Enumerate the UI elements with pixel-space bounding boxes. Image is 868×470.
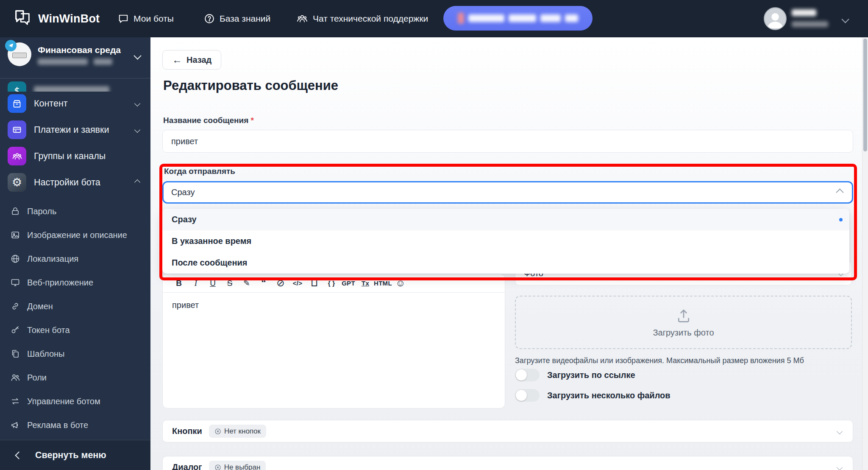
back-button-label: Назад bbox=[186, 55, 211, 65]
sidebar-subitem-label: Токен бота bbox=[27, 325, 70, 335]
when-to-send-dropdown: Сразу В указанное время После сообщения bbox=[162, 209, 849, 274]
redacted-text-block bbox=[792, 21, 828, 27]
emoji-icon[interactable]: ☺ bbox=[392, 277, 409, 289]
strikethrough-icon[interactable]: S bbox=[221, 279, 238, 288]
app-root: WinWinBot Мои боты База знаний bbox=[0, 0, 868, 470]
toggle-label: Загрузить несколько файлов bbox=[547, 391, 670, 400]
sidebar-subitem-domain[interactable]: Домен bbox=[0, 298, 150, 315]
workspace-avatar bbox=[8, 42, 31, 66]
scrollbar-thumb[interactable] bbox=[863, 39, 867, 151]
dialog-panel-badge: Не выбран bbox=[209, 461, 266, 470]
sidebar-item-content[interactable]: Контент bbox=[0, 92, 150, 115]
sidebar-item-clipped[interactable] bbox=[0, 65, 150, 92]
sidebar-subitem-image-description[interactable]: Изображение и описание bbox=[0, 227, 150, 243]
gear-icon: ⚙ bbox=[8, 173, 26, 192]
sidebar-item-label: Группы и каналы bbox=[34, 151, 106, 162]
main-content: ← Назад Редактировать сообщение Название… bbox=[150, 37, 868, 470]
circle-x-icon bbox=[214, 464, 221, 470]
workspace-name: Финансовая среда bbox=[38, 45, 121, 55]
html-button[interactable]: HTML bbox=[374, 280, 392, 287]
dropdown-option-after-message[interactable]: После сообщения bbox=[162, 252, 849, 274]
clear-style-icon[interactable]: ✎ bbox=[238, 278, 255, 288]
quote-icon[interactable]: “ bbox=[255, 277, 272, 289]
monitor-icon bbox=[10, 277, 20, 288]
promo-button[interactable] bbox=[443, 6, 593, 31]
chevron-up-icon bbox=[836, 188, 843, 196]
sidebar-item-payments[interactable]: Платежи и заявки bbox=[0, 118, 150, 142]
telegram-badge-icon bbox=[5, 40, 17, 51]
sidebar-item-label: Контент bbox=[34, 98, 68, 109]
redacted-text-block bbox=[34, 86, 109, 92]
brand-name: WinWinBot bbox=[38, 12, 100, 25]
sidebar-subitem-bot-ads[interactable]: Реклама в боте bbox=[0, 417, 150, 434]
upload-photo-label: Загрузить фото bbox=[653, 328, 714, 338]
workspace-chevron-down-icon bbox=[135, 53, 140, 60]
dropdown-option-immediately[interactable]: Сразу bbox=[162, 209, 849, 230]
toggle-row-link-upload: Загрузить по ссылке bbox=[515, 369, 635, 381]
nav-support-chat[interactable]: Чат технической поддержки bbox=[296, 13, 428, 24]
back-button[interactable]: ← Назад bbox=[162, 50, 221, 70]
underline-icon[interactable]: U bbox=[204, 279, 221, 288]
sidebar-subitem-bot-management[interactable]: Управление ботом bbox=[0, 393, 150, 410]
sidebar-item-bot-settings[interactable]: ⚙ Настройки бота bbox=[0, 171, 150, 194]
arrow-left-icon: ← bbox=[172, 54, 182, 66]
page-title: Редактировать сообщение bbox=[163, 78, 338, 93]
user-name-redacted bbox=[792, 9, 828, 29]
nav-knowledge-base-label: База знаний bbox=[220, 14, 270, 24]
buttons-panel-title: Кнопки bbox=[172, 426, 202, 436]
toggle-row-multi-upload: Загрузить несколько файлов bbox=[515, 389, 670, 402]
sidebar-subitem-label: Изображение и описание bbox=[27, 230, 127, 240]
editor-textarea[interactable]: привет bbox=[163, 293, 505, 318]
redacted-text-block bbox=[509, 14, 536, 22]
question-circle-icon bbox=[204, 13, 215, 24]
editor-toolbar: B I U S ✎ “ ⊘ </> ⊔ { } GPT Tx HTML ☺ bbox=[163, 274, 505, 293]
upload-photo-dropzone[interactable]: Загрузить фото bbox=[515, 296, 852, 349]
megaphone-icon bbox=[10, 420, 20, 430]
brand[interactable]: WinWinBot bbox=[13, 8, 100, 29]
circle-x-icon bbox=[214, 428, 221, 435]
sidebar-subitem-label: Домен bbox=[27, 302, 53, 311]
image-icon bbox=[10, 230, 20, 240]
spoiler-icon[interactable]: ⊔ bbox=[306, 277, 323, 289]
variables-icon[interactable]: { } bbox=[323, 280, 340, 287]
message-name-input[interactable] bbox=[162, 130, 853, 153]
sidebar-subitem-label: Пароль bbox=[27, 207, 56, 216]
scrollbar[interactable] bbox=[862, 37, 868, 470]
copy-icon bbox=[10, 349, 20, 359]
workspace-avatar-image bbox=[12, 53, 27, 58]
sidebar-subitem-bot-token[interactable]: Токен бота bbox=[0, 322, 150, 339]
sidebar-item-groups[interactable]: Группы и каналы bbox=[0, 144, 150, 168]
when-to-send-select[interactable]: Сразу bbox=[162, 181, 853, 204]
toggle-knob bbox=[516, 390, 527, 401]
upload-multiple-toggle[interactable] bbox=[515, 389, 540, 402]
sidebar-subitem-webapp[interactable]: Веб-приложение bbox=[0, 274, 150, 291]
user-avatar[interactable] bbox=[764, 7, 787, 30]
sidebar-subitem-roles[interactable]: Роли bbox=[0, 369, 150, 386]
nav-support-chat-label: Чат технической поддержки bbox=[313, 14, 428, 24]
dropdown-option-at-time[interactable]: В указанное время bbox=[162, 230, 849, 252]
user-menu-chevron-down-icon[interactable] bbox=[843, 16, 848, 24]
clear-format-icon[interactable]: Tx bbox=[357, 280, 374, 287]
dialog-panel[interactable]: Диалог Не выбран bbox=[162, 456, 853, 470]
sidebar-subitem-localization[interactable]: Локализация bbox=[0, 250, 150, 267]
italic-icon[interactable]: I bbox=[187, 279, 204, 288]
selected-dot-icon bbox=[839, 218, 843, 221]
code-icon[interactable]: </> bbox=[289, 280, 306, 287]
sidebar-subitem-password[interactable]: Пароль bbox=[0, 203, 150, 220]
nav-knowledge-base[interactable]: База знаний bbox=[204, 13, 270, 24]
gpt-button[interactable]: GPT bbox=[340, 280, 357, 287]
sidebar-subitem-label: Веб-приложение bbox=[27, 278, 93, 288]
chevron-down-icon bbox=[134, 101, 140, 106]
chevron-left-icon bbox=[15, 451, 22, 459]
bold-icon[interactable]: B bbox=[170, 279, 187, 288]
sidebar-subitem-templates[interactable]: Шаблоны bbox=[0, 345, 150, 362]
dialog-panel-title: Диалог bbox=[172, 462, 202, 470]
redacted-text-block bbox=[468, 14, 504, 22]
unlink-icon[interactable]: ⊘ bbox=[272, 277, 289, 289]
upload-by-link-toggle[interactable] bbox=[515, 369, 540, 381]
chat-icon bbox=[118, 13, 129, 24]
redacted-text-block bbox=[792, 9, 816, 16]
nav-my-bots[interactable]: Мои боты bbox=[118, 13, 174, 24]
buttons-panel[interactable]: Кнопки Нет кнопок bbox=[162, 420, 853, 442]
collapse-menu-button[interactable]: Свернуть меню bbox=[0, 440, 150, 470]
